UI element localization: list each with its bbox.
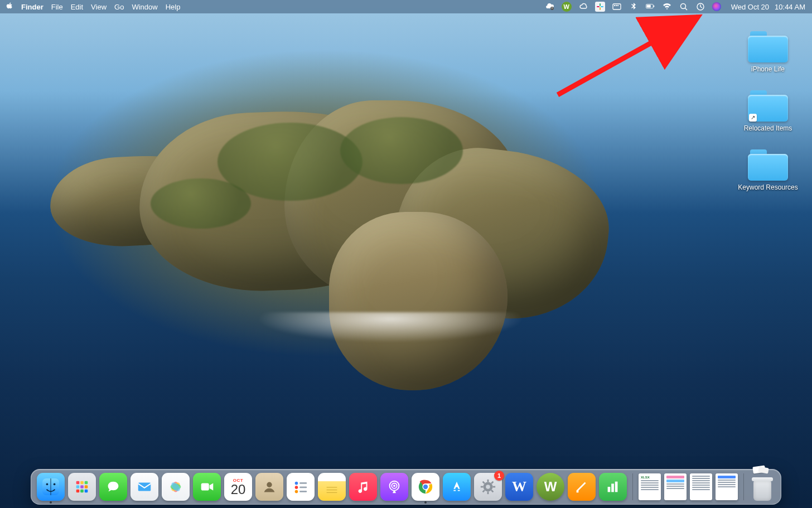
dock-recent-document-4[interactable] (716, 473, 738, 500)
calendar-day-label: 20 (231, 483, 246, 496)
creative-cloud-icon[interactable] (578, 2, 588, 12)
menubar-file[interactable]: File (51, 3, 63, 11)
svg-rect-7 (616, 5, 617, 6)
desktop-folder-label: Relocated Items (744, 125, 792, 133)
dock-app-mail[interactable] (130, 473, 158, 501)
dock-app-systempreferences[interactable]: 1 (474, 473, 502, 501)
menubar-status-area: W Wed Oct 20 10:44 AM (545, 2, 805, 12)
desktop-folder-keyword[interactable]: Keyword Resources (737, 149, 799, 192)
svg-rect-2 (601, 6, 603, 7)
dock-recent-document-2[interactable] (664, 473, 687, 500)
dock-app-webroot[interactable]: W (536, 473, 564, 501)
dock-app-finder[interactable] (37, 473, 65, 501)
wifi-icon[interactable] (662, 2, 672, 12)
menubar-view[interactable]: View (91, 3, 107, 11)
dock-trash[interactable] (750, 473, 775, 501)
dock-recent-document-1[interactable]: XLSX (639, 473, 661, 500)
svg-rect-26 (80, 490, 84, 493)
desktop-wallpaper (0, 0, 812, 508)
svg-point-18 (54, 483, 56, 485)
word-icon: W (512, 478, 526, 495)
input-menu-icon[interactable] (612, 2, 622, 12)
desktop-folder-label: iPhone Life (751, 66, 785, 74)
svg-line-59 (483, 490, 485, 492)
dock-app-messages[interactable] (99, 473, 127, 501)
shortcut-arrow-icon: ↗ (749, 114, 757, 122)
svg-rect-5 (613, 4, 621, 9)
dock-app-appstore[interactable] (443, 473, 471, 501)
dock-app-notes[interactable] (318, 473, 346, 501)
desktop-folder-relocated[interactable]: ↗ Relocated Items (737, 90, 799, 133)
clock-date: Wed Oct 20 (731, 3, 769, 11)
svg-point-35 (295, 482, 298, 485)
spotlight-icon[interactable] (679, 2, 689, 12)
apple-menu-icon[interactable] (6, 2, 13, 12)
dock-app-music[interactable] (349, 473, 377, 501)
svg-rect-25 (76, 490, 80, 493)
svg-rect-24 (85, 485, 88, 488)
cloud-sync-icon[interactable] (545, 2, 555, 12)
slack-icon[interactable] (595, 2, 605, 12)
svg-rect-27 (85, 490, 88, 493)
dock-app-pages[interactable] (568, 473, 596, 501)
folder-icon (748, 149, 788, 181)
dock-app-calendar[interactable]: OCT 20 (224, 473, 252, 501)
dock-app-word[interactable]: W (505, 473, 533, 501)
svg-point-37 (295, 486, 298, 489)
svg-rect-19 (76, 481, 80, 485)
svg-rect-33 (201, 483, 209, 490)
folder-icon: ↗ (748, 90, 788, 122)
menubar-go[interactable]: Go (114, 3, 124, 11)
dock-app-photos[interactable] (162, 473, 190, 501)
menubar-edit[interactable]: Edit (71, 3, 83, 11)
svg-rect-28 (138, 483, 151, 491)
bluetooth-icon[interactable] (629, 2, 639, 12)
desktop-icons-area: iPhone Life ↗ Relocated Items Keyword Re… (737, 31, 799, 191)
dock-separator (743, 473, 744, 500)
svg-point-0 (550, 7, 554, 10)
menubar-help[interactable]: Help (166, 3, 181, 11)
siri-icon[interactable] (712, 2, 721, 11)
svg-rect-4 (600, 7, 601, 10)
svg-rect-11 (646, 5, 650, 8)
webroot-letter-icon: W (544, 479, 557, 495)
menubar-window[interactable]: Window (132, 3, 157, 11)
dock: OCT 20 (31, 469, 781, 505)
svg-rect-40 (299, 491, 307, 492)
time-machine-icon[interactable] (695, 2, 705, 12)
svg-point-17 (46, 483, 49, 485)
dock-recent-document-3[interactable] (690, 473, 712, 500)
svg-line-56 (483, 482, 485, 483)
folder-icon (748, 31, 788, 62)
battery-icon[interactable] (645, 2, 655, 12)
svg-rect-62 (611, 483, 614, 492)
dock-app-podcasts[interactable] (380, 473, 408, 501)
dock-app-numbers[interactable] (599, 473, 627, 501)
dock-app-reminders[interactable] (287, 473, 315, 501)
clock-time: 10:44 AM (775, 3, 805, 11)
menu-bar: Finder File Edit View Go Window Help W (0, 0, 812, 13)
svg-rect-3 (600, 3, 601, 6)
dock-app-chrome[interactable] (412, 473, 439, 501)
running-indicator (50, 501, 52, 504)
svg-rect-63 (615, 482, 618, 492)
svg-point-34 (267, 482, 272, 487)
dock-app-launchpad[interactable] (68, 473, 96, 501)
svg-rect-21 (85, 481, 88, 485)
svg-line-58 (491, 482, 493, 483)
svg-rect-10 (653, 6, 654, 7)
desktop-folder-iphonelife[interactable]: iPhone Life (737, 31, 799, 74)
menubar-clock[interactable]: Wed Oct 20 10:44 AM (731, 3, 805, 11)
webroot-icon[interactable]: W (562, 2, 572, 12)
svg-rect-23 (80, 485, 84, 488)
svg-point-51 (486, 485, 490, 489)
dock-app-contacts[interactable] (255, 473, 283, 501)
svg-rect-8 (617, 5, 618, 6)
dock-app-facetime[interactable] (193, 473, 221, 501)
menubar-app-name[interactable]: Finder (21, 3, 44, 11)
dock-separator (632, 473, 633, 500)
svg-rect-20 (80, 481, 84, 485)
svg-point-39 (295, 490, 298, 494)
svg-rect-38 (299, 487, 307, 488)
svg-point-12 (680, 4, 685, 9)
